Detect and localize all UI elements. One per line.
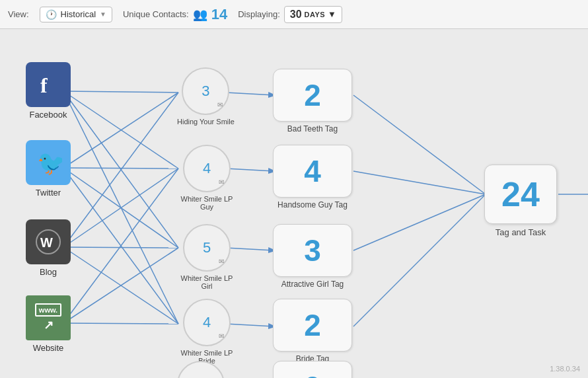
svg-line-10 bbox=[63, 247, 178, 248]
funnel-label-whiter-girl: Whiter Smile LP Girl bbox=[177, 274, 237, 290]
source-website[interactable]: www. ↗ Website bbox=[18, 295, 78, 353]
tag-attractive-girl[interactable]: 3 Attractive Girl Tag bbox=[273, 224, 352, 289]
website-icon: www. ↗ bbox=[26, 295, 71, 340]
tag-label-attractive-girl: Attractive Girl Tag bbox=[281, 280, 344, 289]
svg-line-2 bbox=[63, 91, 178, 248]
tag-count-bride: 2 bbox=[304, 307, 321, 343]
source-twitter[interactable]: 🐦 Twitter bbox=[18, 140, 78, 198]
final-label: Tag and Task bbox=[496, 227, 546, 237]
funnel-circle-whiter-guy: 4 ✉ bbox=[183, 145, 231, 192]
tag-box-last: 0 bbox=[273, 361, 352, 378]
svg-text:🐦: 🐦 bbox=[37, 149, 62, 176]
funnel-circle-last: 0 bbox=[177, 361, 225, 378]
canvas: f Facebook 🐦 Twitter W Blog www. ↗ Websi… bbox=[0, 29, 588, 378]
tag-count-last: 0 bbox=[304, 369, 321, 378]
svg-text:f: f bbox=[40, 73, 48, 97]
funnel-whiter-guy[interactable]: 4 ✉ Whiter Smile LP Guy bbox=[177, 145, 237, 211]
svg-line-5 bbox=[63, 168, 178, 169]
final-count: 24 bbox=[501, 174, 540, 214]
days-count: 30 bbox=[290, 9, 302, 20]
blog-icon: W bbox=[26, 219, 71, 264]
svg-line-13 bbox=[63, 248, 178, 323]
facebook-icon: f bbox=[26, 62, 71, 107]
funnel-circle-whiter-bride: 4 ✉ bbox=[183, 299, 231, 346]
unique-contacts-label: Unique Contacts: bbox=[123, 9, 189, 19]
funnel-count-whiter-bride: 4 bbox=[203, 314, 211, 331]
view-select-value: Historical bbox=[61, 9, 96, 19]
facebook-label: Facebook bbox=[29, 110, 67, 120]
displaying-label: Displaying: bbox=[238, 9, 280, 19]
svg-line-3 bbox=[63, 91, 178, 324]
tag-bad-teeth[interactable]: 2 Bad Teeth Tag bbox=[273, 69, 352, 133]
funnel-whiter-girl[interactable]: 5 ✉ Whiter Smile LP Girl bbox=[177, 224, 237, 290]
twitter-label: Twitter bbox=[36, 188, 61, 198]
funnel-last[interactable]: 0 bbox=[177, 361, 225, 378]
funnel-email-icon-3: ✉ bbox=[219, 258, 224, 265]
tag-box-handsome-guy: 4 bbox=[273, 145, 352, 198]
view-select[interactable]: 🕐 Historical ▼ bbox=[40, 7, 112, 22]
blog-label: Blog bbox=[40, 267, 57, 277]
tag-label-bad-teeth: Bad Teeth Tag bbox=[287, 124, 338, 133]
unique-contacts-section: Unique Contacts: 👥 14 bbox=[123, 6, 227, 23]
tag-count-bad-teeth: 2 bbox=[304, 77, 321, 113]
svg-line-21 bbox=[353, 194, 486, 250]
final-box: 24 bbox=[484, 165, 557, 224]
funnel-label-whiter-guy: Whiter Smile LP Guy bbox=[177, 195, 237, 211]
svg-line-14 bbox=[63, 323, 178, 324]
version-label: 1.38.0.34 bbox=[550, 365, 580, 373]
funnel-circle-whiter-girl: 5 ✉ bbox=[183, 224, 231, 272]
funnel-email-icon: ✉ bbox=[217, 101, 223, 108]
toolbar: View: 🕐 Historical ▼ Unique Contacts: 👥 … bbox=[0, 0, 588, 29]
funnel-label-hiding-smile: Hiding Your Smile bbox=[177, 118, 235, 126]
funnel-count-whiter-girl: 5 bbox=[203, 239, 211, 256]
tag-count-attractive-girl: 3 bbox=[304, 233, 321, 268]
days-arrow: ▼ bbox=[328, 9, 336, 19]
svg-line-9 bbox=[63, 169, 178, 247]
contacts-icon: 👥 bbox=[193, 7, 207, 22]
source-facebook[interactable]: f Facebook bbox=[18, 62, 78, 120]
source-blog[interactable]: W Blog bbox=[18, 219, 78, 277]
view-label: View: bbox=[8, 9, 29, 19]
tag-handsome-guy[interactable]: 4 Handsome Guy Tag bbox=[273, 145, 352, 209]
final-node[interactable]: 24 Tag and Task bbox=[484, 165, 557, 237]
website-label: Website bbox=[33, 343, 64, 353]
svg-line-19 bbox=[353, 95, 486, 194]
svg-line-20 bbox=[353, 171, 486, 194]
svg-line-7 bbox=[63, 168, 178, 324]
tag-count-handsome-guy: 4 bbox=[304, 153, 321, 189]
tag-bride[interactable]: 2 Bride Tag bbox=[273, 299, 352, 363]
history-icon: 🕐 bbox=[46, 9, 57, 20]
funnel-hiding-smile[interactable]: 3 ✉ Hiding Your Smile bbox=[177, 67, 235, 126]
funnel-count-hiding-smile: 3 bbox=[202, 83, 209, 100]
svg-line-0 bbox=[63, 91, 178, 93]
tag-last[interactable]: 0 bbox=[273, 361, 352, 378]
tag-label-handsome-guy: Handsome Guy Tag bbox=[277, 200, 348, 209]
tag-box-attractive-girl: 3 bbox=[273, 224, 352, 277]
svg-line-12 bbox=[63, 169, 178, 323]
svg-line-8 bbox=[63, 93, 178, 247]
svg-line-4 bbox=[63, 93, 178, 168]
displaying-section: Displaying: 30 DAYS ▼ bbox=[238, 6, 342, 23]
svg-line-1 bbox=[63, 91, 178, 169]
tag-box-bad-teeth: 2 bbox=[273, 69, 352, 122]
funnel-email-icon-4: ✉ bbox=[219, 332, 224, 340]
funnel-circle-hiding-smile: 3 ✉ bbox=[182, 67, 229, 115]
svg-text:W: W bbox=[40, 235, 53, 250]
view-select-arrow: ▼ bbox=[100, 11, 106, 18]
unique-contacts-count: 14 bbox=[211, 6, 227, 23]
days-select[interactable]: 30 DAYS ▼ bbox=[284, 6, 342, 23]
tag-box-bride: 2 bbox=[273, 299, 352, 352]
twitter-icon: 🐦 bbox=[26, 140, 71, 185]
svg-line-11 bbox=[63, 247, 178, 324]
svg-line-6 bbox=[63, 168, 178, 248]
days-unit: DAYS bbox=[305, 11, 326, 19]
funnel-email-icon-2: ✉ bbox=[219, 178, 224, 186]
svg-line-22 bbox=[353, 194, 486, 326]
funnel-count-whiter-guy: 4 bbox=[203, 160, 211, 177]
funnel-whiter-bride[interactable]: 4 ✉ Whiter Smile LP Bride bbox=[177, 299, 237, 365]
